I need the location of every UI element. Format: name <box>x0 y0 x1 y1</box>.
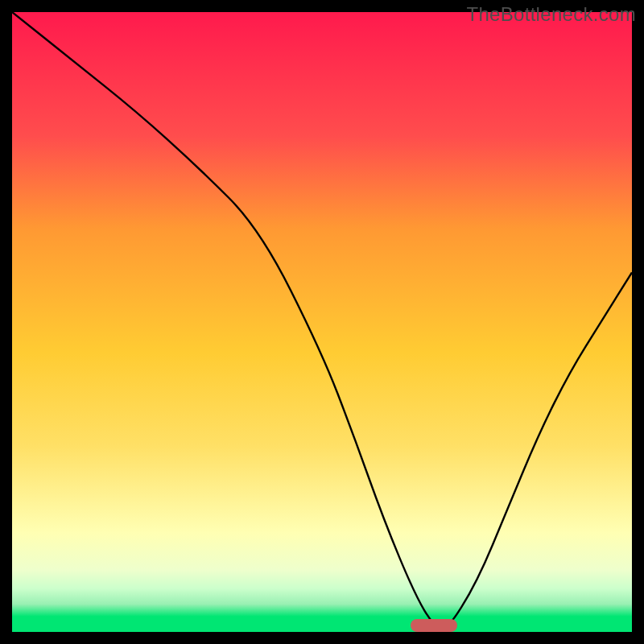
watermark-text: TheBottleneck.com <box>466 3 636 26</box>
chart-frame: TheBottleneck.com <box>0 0 644 644</box>
optimal-marker <box>411 619 457 632</box>
chart-svg <box>12 12 632 632</box>
plot-area <box>12 12 632 632</box>
gradient-background <box>12 12 632 632</box>
